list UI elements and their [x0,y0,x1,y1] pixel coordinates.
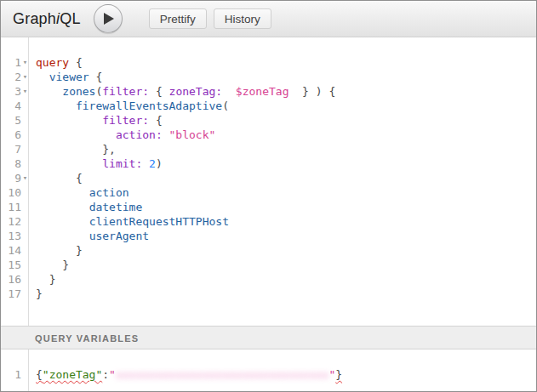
token-kw: query [36,56,69,69]
line-number: 11 [1,200,21,214]
play-icon [104,13,114,25]
gutter-row: 16 [1,272,28,287]
line-number: 6 [1,128,21,142]
query-code-area[interactable]: query { viewer { zones(filter: { zoneTag… [29,37,536,326]
token-str: " [109,368,116,381]
code-line[interactable]: } [36,258,536,272]
token-ws [36,186,89,199]
code-line[interactable]: }, [36,142,536,156]
token-num: 2 [149,157,156,170]
code-line[interactable]: } [36,243,536,258]
fold-arrow-icon[interactable]: ▾ [21,171,29,185]
token-punc: } [36,287,43,300]
gutter-row: 14 [1,243,28,258]
token-ws [36,201,89,213]
token-prop: userAgent [89,230,149,242]
line-number: 2 [1,70,21,84]
token-punc: } [49,273,56,286]
token-punc: { [149,114,163,127]
code-line[interactable]: userAgent [36,229,536,243]
code-line[interactable]: viewer { [36,70,536,84]
gutter-row: 2▾ [1,70,28,84]
code-line[interactable]: clientRequestHTTPHost [36,214,536,229]
app-logo: GraphiQL [13,10,81,28]
line-number: 8 [1,156,21,171]
gutter-row: 9▾ [1,171,28,185]
code-line[interactable]: firewallEventsAdaptive( [36,99,536,113]
token-str: "block" [169,128,216,141]
gutter-row: 12 [1,214,28,229]
code-line[interactable]: {"zoneTag":"xxxxxxxxxxxxxxxxxxxxxxxxxxxx… [36,367,536,382]
token-attr: action: [116,128,163,141]
token-punc: ( [222,99,229,112]
token-punc: } [62,258,69,271]
code-line[interactable]: action: "block" [36,128,536,142]
token-punc: { [89,71,103,83]
gutter-row: 1 [1,367,28,382]
variables-code-area[interactable]: {"zoneTag":"xxxxxxxxxxxxxxxxxxxxxxxxxxxx… [29,349,536,391]
token-ws [36,71,49,83]
token-punc: ) [156,157,163,170]
query-editor[interactable]: 1▾2▾3▾456789▾1011121314151617 query { vi… [1,37,536,326]
code-line[interactable]: filter: { [36,113,536,128]
code-line[interactable]: action [36,185,536,200]
code-line[interactable]: } [36,287,536,301]
query-line-number-gutter: 1▾2▾3▾456789▾1011121314151617 [1,37,29,326]
variables-title-bar[interactable]: QUERY VARIABLES [1,326,536,349]
token-ws [142,157,149,170]
fold-arrow-icon[interactable]: ▾ [21,70,29,84]
code-line[interactable]: } [36,272,536,287]
code-line[interactable]: zones(filter: { zoneTag: $zoneTag } ) { [36,84,536,99]
gutter-row: 15 [1,258,28,272]
gutter-row: 1▾ [1,55,28,70]
graphiql-container: GraphiQL Prettify History 1▾2▾3▾456789▾1… [0,0,537,392]
token-prop: clientRequestHTTPHost [89,215,229,228]
token-attr: filter: [102,114,149,127]
logo-text-ql: QL [60,10,80,27]
token-ws [36,114,102,127]
execute-button[interactable] [94,4,123,33]
variables-line-number-gutter: 1 [1,349,29,391]
gutter-row: 13 [1,229,28,243]
gutter-row: 17 [1,287,28,301]
gutter-row: 5 [1,113,28,128]
line-number: 17 [1,287,21,301]
gutter-row: 8 [1,156,28,171]
gutter-row: 7 [1,142,28,156]
variables-title: QUERY VARIABLES [35,333,139,344]
token-ws [36,215,89,228]
token-prop: viewer [49,71,89,83]
line-number: 1 [1,367,21,382]
fold-arrow-icon[interactable]: ▾ [21,55,29,70]
token-punc: : [102,368,109,381]
token-ws [36,85,62,98]
token-prop: firewallEventsAdaptive [76,99,222,112]
variables-editor[interactable]: 1 {"zoneTag":"xxxxxxxxxxxxxxxxxxxxxxxxxx… [1,349,536,391]
token-punc: } ) { [288,85,335,98]
token-key: "zoneTag" [43,368,102,381]
toolbar: GraphiQL Prettify History [1,1,536,37]
line-number: 5 [1,113,21,128]
token-punc: { [69,56,83,69]
token-ws [222,85,236,98]
logo-text-graph: Graph [13,10,56,27]
history-button[interactable]: History [214,9,271,29]
code-line[interactable]: limit: 2) [36,156,536,171]
token-ws [36,273,49,286]
line-number: 13 [1,229,21,243]
token-attr: zoneTag: [169,85,223,98]
gutter-row: 6 [1,128,28,142]
code-line[interactable]: { [36,171,536,185]
line-number: 15 [1,258,21,272]
code-line[interactable]: datetime [36,200,536,214]
line-number: 14 [1,243,21,258]
prettify-button[interactable]: Prettify [149,9,207,29]
gutter-row: 11 [1,200,28,214]
fold-arrow-icon[interactable]: ▾ [21,84,29,99]
token-ws [36,172,76,185]
token-ws [36,258,62,271]
token-prop: zones [62,85,95,98]
code-line[interactable]: query { [36,55,536,70]
token-punc: { [149,85,169,98]
token-ws [36,157,102,170]
